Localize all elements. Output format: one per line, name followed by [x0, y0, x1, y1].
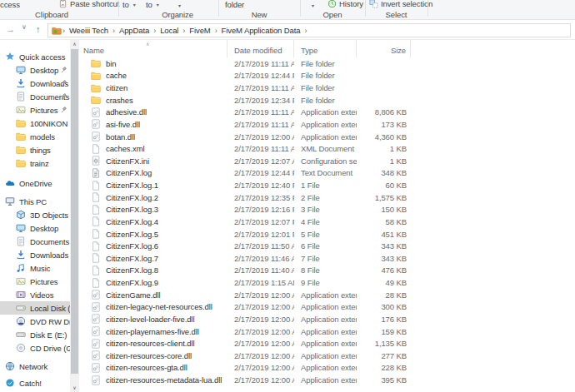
file-row-citizen-legacy-net-resources-dll[interactable]: citizen-legacy-net-resources.dll 2/17/20… — [79, 301, 575, 314]
column-header-type[interactable]: Type — [294, 40, 357, 57]
page-icon — [91, 278, 101, 288]
scroll-up-icon[interactable] — [70, 40, 79, 48]
breadcrumb-segment-weeiii-tech[interactable]: Weeiii Tech — [66, 26, 112, 35]
file-size: 28 KB — [357, 290, 411, 300]
sidebar-item-pictures[interactable]: Pictures — [0, 103, 70, 117]
file-row-caches-xml[interactable]: caches.xml 2/17/2019 11:11 A… XML Docume… — [79, 142, 575, 155]
forward-button[interactable] — [6, 24, 15, 34]
file-row-citizenfx-log[interactable]: CitizenFX.log 2/17/2019 12:44 PM Text Do… — [79, 167, 575, 180]
sidebar-scrollbar[interactable] — [70, 40, 79, 392]
textdoc-icon — [91, 168, 101, 178]
breadcrumb-segment-appdata[interactable]: AppData — [116, 26, 152, 35]
sidebar-item-desktop[interactable]: Desktop — [0, 221, 70, 235]
file-name: CitizenFX.log.7 — [106, 254, 158, 263]
pin-icon — [61, 107, 68, 113]
dll-icon — [91, 314, 101, 324]
breadcrumb-segment-fivem-application-data[interactable]: FiveM Application Data — [218, 26, 304, 35]
sidebar-item-downloads[interactable]: Downloads — [0, 77, 70, 90]
file-name: caches.xml — [106, 144, 145, 153]
file-row-citizenfx-log-8[interactable]: CitizenFX.log.8 2/17/2019 11:40 A… 8 Fil… — [79, 265, 575, 277]
sidebar-item-trainz[interactable]: trainz — [0, 156, 70, 170]
sidebar-item-pictures[interactable]: Pictures — [0, 275, 70, 288]
file-row-citizen-resources-client-dll[interactable]: citizen-resources-client.dll 2/17/2019 1… — [79, 337, 575, 350]
sidebar-item-dvd-rw-drive-i[interactable]: DVD RW Drive (I — [0, 315, 70, 328]
sidebar-item-local-disk-c[interactable]: Local Disk (C:) — [0, 301, 70, 315]
file-name: CitizenFX.log.2 — [106, 193, 158, 202]
paste-shortcut-button[interactable]: Paste shortcut — [58, 0, 119, 8]
file-row-citizenfx-log-3[interactable]: CitizenFX.log.3 2/17/2019 12:16 PM 3 Fil… — [79, 204, 575, 216]
sidebar-item-quick-access[interactable]: Quick access — [0, 50, 70, 63]
file-row-adhesive-dll[interactable]: adhesive.dll 2/17/2019 11:11 A… Applicat… — [79, 107, 575, 119]
file-size: 476 KB — [357, 265, 411, 275]
file-name: adhesive.dll — [106, 107, 147, 117]
file-row-citizen-resources-metadata-lua-dll[interactable]: citizen-resources-metadata-lua.dll 2/17/… — [79, 374, 575, 386]
sidebar-item-network[interactable]: Network — [0, 360, 70, 373]
sidebar-item-this-pc[interactable]: This PC — [0, 195, 70, 208]
sidebar-item-documents[interactable]: Documents — [0, 90, 70, 103]
file-type: 1 File — [294, 181, 357, 190]
sidebar-item-100nikon[interactable]: 100NIKON — [0, 117, 70, 130]
breadcrumb-segment-local[interactable]: Local — [157, 26, 182, 35]
file-row-citizenfx-ini[interactable]: CitizenFX.ini 2/17/2019 12:07 A… Configu… — [79, 155, 575, 167]
sidebar-item-models[interactable]: models — [0, 130, 70, 143]
picture-icon — [16, 276, 26, 286]
sidebar-item-3d-objects[interactable]: 3D Objects — [0, 208, 70, 221]
column-header-size[interactable]: Size — [357, 40, 411, 57]
sidebar-item-downloads[interactable]: Downloads — [0, 248, 70, 261]
history-button[interactable]: History — [328, 0, 363, 8]
file-row-citizen-resources-core-dll[interactable]: citizen-resources-core.dll 2/17/2019 12:… — [79, 350, 575, 362]
file-size: 150 KB — [357, 205, 411, 214]
sidebar-item-catch[interactable]: Catch! — [0, 376, 70, 390]
file-row-bin[interactable]: bin 2/17/2019 11:11 A… File folder — [79, 57, 575, 70]
recent-locations-dropdown[interactable] — [22, 23, 27, 31]
file-row-citizen-level-loader-five-dll[interactable]: citizen-level-loader-five.dll 2/17/2019 … — [79, 313, 575, 325]
network-icon — [5, 361, 15, 371]
move-to-button[interactable]: to — [122, 0, 136, 9]
file-row-botan-dll[interactable]: botan.dll 2/17/2019 12:00 A… Application… — [79, 131, 575, 143]
open-dropdown-caret-icon[interactable]: ▾ — [312, 2, 314, 8]
file-row-cache[interactable]: cache 2/17/2019 12:44 PM File folder — [79, 70, 575, 82]
file-row-asi-five-dll[interactable]: asi-five.dll 2/17/2019 11:11 A… Applicat… — [79, 118, 575, 131]
new-folder-button-partial[interactable]: folder — [225, 0, 244, 9]
sidebar-item-disk-e-e[interactable]: Disk E (E:) — [0, 328, 70, 341]
breadcrumb-segment-fivem[interactable]: FiveM — [186, 26, 213, 35]
sidebar-item-things[interactable]: things — [0, 143, 70, 156]
sidebar-tree: Quick access Desktop Downloads — [0, 40, 70, 390]
file-row-citizenfx-log-9[interactable]: CitizenFX.log.9 2/17/2019 1:15 AM 9 File… — [79, 276, 575, 289]
file-type: Application extens… — [294, 107, 357, 117]
file-type: 3 File — [294, 205, 357, 214]
column-header-name[interactable]: Name — [79, 40, 228, 57]
sidebar-nav: Quick access Desktop Downloads — [0, 40, 79, 392]
file-row-citizen[interactable]: citizen 2/17/2019 11:11 A… File folder — [79, 82, 575, 94]
sidebar-item-cd-drive-g[interactable]: CD Drive (G:) — [0, 341, 70, 355]
breadcrumb-separator-icon — [304, 27, 308, 35]
copy-to-button[interactable]: to — [146, 0, 159, 9]
sidebar-item-documents[interactable]: Documents — [0, 235, 70, 248]
sidebar-item-music[interactable]: Music — [0, 261, 70, 275]
file-name: citizen-resources-core.dll — [106, 351, 192, 360]
file-row-crashes[interactable]: crashes 2/17/2019 12:34 PM File folder — [79, 94, 575, 107]
file-row-citizenfx-log-1[interactable]: CitizenFX.log.1 2/17/2019 12:40 PM 1 Fil… — [79, 179, 575, 191]
address-box[interactable]: Weeiii Tech AppData Local FiveM FiveM Ap… — [48, 23, 571, 37]
delete-dropdown-caret-icon[interactable]: ▾ — [178, 2, 181, 8]
file-row-citizen-playernames-five-dll[interactable]: citizen-playernames-five.dll 2/17/2019 1… — [79, 325, 575, 338]
file-row-citizenfx-log-5[interactable]: CitizenFX.log.5 2/17/2019 12:01 PM 5 Fil… — [79, 228, 575, 241]
scroll-down-icon[interactable] — [70, 384, 79, 392]
file-size: 58 KB — [357, 217, 411, 226]
scrollbar-thumb[interactable] — [71, 49, 78, 374]
file-date-modified: 2/17/2019 11:11 A… — [228, 83, 294, 92]
sidebar-item-videos[interactable]: Videos — [0, 288, 70, 301]
file-row-citizengame-dll[interactable]: CitizenGame.dll 2/17/2019 12:00 A… Appli… — [79, 289, 575, 301]
file-row-citizenfx-log-4[interactable]: CitizenFX.log.4 2/17/2019 12:07 PM 4 Fil… — [79, 216, 575, 228]
file-row-citizenfx-log-7[interactable]: CitizenFX.log.7 2/17/2019 11:46 A… 7 Fil… — [79, 252, 575, 265]
column-header-date-modified[interactable]: Date modified — [228, 40, 294, 57]
pc-icon — [5, 196, 15, 206]
file-row-citizenfx-log-2[interactable]: CitizenFX.log.2 2/17/2019 12:35 PM 2 Fil… — [79, 191, 575, 204]
sidebar-item-onedrive[interactable]: OneDrive — [0, 176, 70, 190]
file-date-modified: 2/17/2019 12:00 A… — [228, 327, 294, 336]
file-row-citizen-resources-gta-dll[interactable]: citizen-resources-gta.dll 2/17/2019 12:0… — [79, 362, 575, 375]
file-row-citizenfx-log-6[interactable]: CitizenFX.log.6 2/17/2019 11:50 A… 6 Fil… — [79, 240, 575, 252]
invert-selection-button[interactable]: Invert selection — [369, 0, 432, 8]
up-one-level-button[interactable] — [36, 24, 40, 34]
sidebar-item-desktop[interactable]: Desktop — [0, 63, 70, 77]
